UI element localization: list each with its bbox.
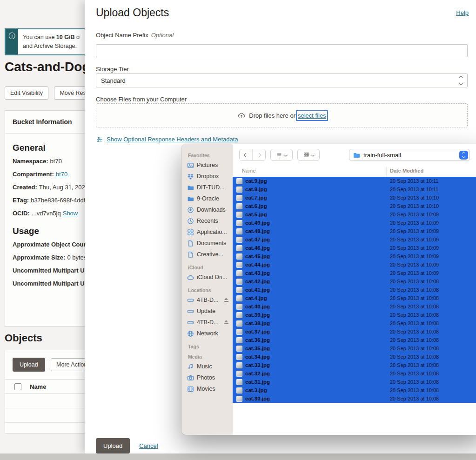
file-date: 20 Sep 2013 at 10:09 [390,212,439,217]
sidebar-item-pictures[interactable]: Pictures [181,160,233,171]
sidebar-item-label: 4TB-D... [197,297,219,303]
banner-text: and Archive Storage. [23,43,77,49]
sidebar-item-icloud-dri[interactable]: iCloud Dri... [181,272,233,283]
file-date: 20 Sep 2013 at 10:08 [390,387,439,393]
file-row[interactable]: cat.43.jpg20 Sep 2013 at 10:09 [233,269,476,277]
sidebar-item-9-oracle[interactable]: 9-Oracle [181,193,233,204]
sidebar-item-movies[interactable]: Movies [181,383,233,394]
sidebar-section-label: Favorites [188,153,233,158]
object-name-prefix-input[interactable] [96,44,468,57]
sidebar-item-update[interactable]: Update [181,306,233,317]
group-view-dropdown[interactable] [297,149,320,161]
file-date: 20 Sep 2013 at 10:09 [390,237,439,242]
panel-upload-button[interactable]: Upload [96,438,130,453]
file-dropzone[interactable]: Drop files here or select files [96,103,468,127]
file-date: 20 Sep 2013 at 10:08 [390,279,439,284]
field-label: Approximate Size: [13,254,65,261]
show-metadata-link[interactable]: Show Optional Response Headers and Metad… [96,136,238,143]
file-row[interactable]: cat.47.jpg20 Sep 2013 at 10:09 [233,235,476,244]
file-row[interactable]: cat.48.jpg20 Sep 2013 at 10:09 [233,227,476,235]
file-row[interactable]: cat.35.jpg20 Sep 2013 at 10:08 [233,344,476,353]
help-link[interactable]: Help [456,9,469,16]
file-name: cat.8.jpg [245,187,267,192]
current-folder-name: train-full-small [363,152,459,159]
file-row[interactable]: cat.38.jpg20 Sep 2013 at 10:08 [233,319,476,327]
sidebar-item-network[interactable]: Network [181,328,233,339]
select-all-checkbox[interactable] [14,383,21,390]
file-row[interactable]: cat.30.jpg20 Sep 2013 at 10:08 [233,394,476,403]
file-name: cat.9.jpg [245,178,267,184]
file-row[interactable]: cat.33.jpg20 Sep 2013 at 10:08 [233,361,476,369]
sidebar-item-label: Documents [197,240,226,247]
file-date: 20 Sep 2013 at 10:08 [390,354,439,360]
sidebar-item-creative[interactable]: Creative... [181,249,233,260]
file-row[interactable]: cat.39.jpg20 Sep 2013 at 10:08 [233,311,476,319]
sidebar-item-4tb-d[interactable]: 4TB-D... [181,317,233,328]
file-row[interactable]: cat.44.jpg20 Sep 2013 at 10:09 [233,260,476,269]
folder-icon [187,184,194,191]
date-modified-column-header[interactable]: Date Modified [390,168,423,173]
file-row[interactable]: cat.46.jpg20 Sep 2013 at 10:09 [233,244,476,252]
sidebar-item-dropbox[interactable]: Dropbox [181,171,233,182]
cloud-icon [187,274,194,281]
file-thumbnail-icon [236,354,242,360]
camera-icon [187,374,194,381]
file-row[interactable]: cat.7.jpg20 Sep 2013 at 10:10 [233,193,476,202]
folder-icon [187,195,194,202]
cancel-link[interactable]: Cancel [139,442,158,449]
file-row[interactable]: cat.49.jpg20 Sep 2013 at 10:09 [233,219,476,227]
sidebar-item-photos[interactable]: Photos [181,372,233,383]
file-row[interactable]: cat.45.jpg20 Sep 2013 at 10:09 [233,252,476,260]
field-link[interactable]: bt70 [56,171,67,178]
file-row[interactable]: cat.9.jpg20 Sep 2013 at 10:11 [233,177,476,185]
objects-upload-button[interactable]: Upload [13,358,45,372]
file-row[interactable]: cat.42.jpg20 Sep 2013 at 10:08 [233,277,476,286]
file-row[interactable]: cat.3.jpg20 Sep 2013 at 10:08 [233,386,476,394]
sidebar-item-documents[interactable]: Documents [181,238,233,249]
sidebar-item-label: Music [197,363,212,370]
file-row[interactable]: cat.41.jpg20 Sep 2013 at 10:08 [233,286,476,294]
file-date: 20 Sep 2013 at 10:08 [390,295,439,301]
field-link[interactable]: Show [63,210,78,217]
file-name: cat.37.jpg [245,329,270,334]
back-button[interactable] [240,149,252,160]
file-row[interactable]: cat.40.jpg20 Sep 2013 at 10:08 [233,302,476,311]
sidebar-item-downloads[interactable]: Downloads [181,204,233,215]
name-column-header[interactable]: Name [242,168,255,173]
file-row[interactable]: cat.32.jpg20 Sep 2013 at 10:08 [233,369,476,378]
file-row[interactable]: cat.36.jpg20 Sep 2013 at 10:08 [233,336,476,344]
file-row[interactable]: cat.31.jpg20 Sep 2013 at 10:08 [233,378,476,386]
sidebar-item-dit-tud[interactable]: DIT-TUD... [181,182,233,193]
file-row[interactable]: cat.34.jpg20 Sep 2013 at 10:08 [233,353,476,361]
eject-icon[interactable] [224,320,229,325]
file-date: 20 Sep 2013 at 10:09 [390,228,439,234]
forward-button[interactable] [252,149,265,160]
file-thumbnail-icon [236,253,242,260]
file-thumbnail-icon [236,212,242,218]
current-folder-dropdown[interactable]: train-full-small [349,149,470,161]
storage-tier-select[interactable]: Standard [96,73,468,87]
file-thumbnail-icon [236,262,242,268]
storage-tier-label: Storage Tier [96,66,129,73]
edit-visibility-button[interactable]: Edit Visibility [5,87,48,100]
file-date: 20 Sep 2013 at 10:08 [390,337,439,343]
sidebar-item-music[interactable]: Music [181,361,233,372]
file-row[interactable]: cat.37.jpg20 Sep 2013 at 10:08 [233,327,476,336]
file-name: cat.47.jpg [245,237,270,242]
sidebar-item-recents[interactable]: Recents [181,215,233,227]
finder-sidebar: FavoritesPicturesDropboxDIT-TUD...9-Orac… [181,144,233,435]
dropzone-text: Drop files here or [249,112,295,119]
file-date: 20 Sep 2013 at 10:08 [390,346,439,351]
file-row[interactable]: cat.4.jpg20 Sep 2013 at 10:08 [233,294,476,302]
tab-bucket-information[interactable]: Bucket Information [13,118,72,126]
banner-text: o [74,34,79,40]
sidebar-item-4tb-d[interactable]: 4TB-D... [181,294,233,306]
file-row[interactable]: cat.6.jpg20 Sep 2013 at 10:10 [233,202,476,210]
list-view-dropdown[interactable] [270,149,293,161]
file-row[interactable]: cat.5.jpg20 Sep 2013 at 10:09 [233,210,476,219]
eject-icon[interactable] [224,298,229,302]
sidebar-section-label: Media [188,354,233,360]
select-files-link[interactable]: select files [298,112,326,119]
file-row[interactable]: cat.8.jpg20 Sep 2013 at 10:11 [233,185,476,193]
sidebar-item-applicatio[interactable]: Applicatio... [181,227,233,238]
